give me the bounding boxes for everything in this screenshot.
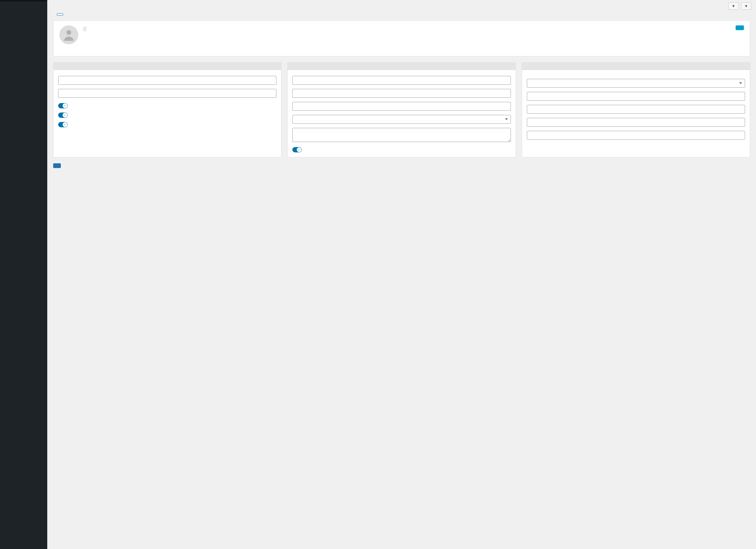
back-button[interactable] (57, 13, 63, 16)
commission-rate-input[interactable] (58, 89, 276, 98)
main-content: ▼ ▼ (47, 0, 756, 549)
referral-url (83, 27, 87, 31)
panels-row (47, 62, 756, 157)
avatar (59, 25, 78, 44)
toggle-status-change[interactable] (58, 122, 68, 127)
swift-input[interactable] (527, 118, 745, 127)
admin-sidebar (0, 0, 47, 549)
save-changes-button[interactable] (53, 163, 61, 168)
toggle-paid-commissions[interactable] (58, 113, 68, 118)
affiliate-info (83, 25, 87, 32)
affiliate-overview-card (53, 20, 750, 56)
first-name-input[interactable] (292, 76, 511, 85)
promote-select[interactable] (292, 115, 511, 124)
account-info-header (288, 63, 515, 70)
screen-options-button[interactable]: ▼ (728, 2, 739, 10)
toggle-terms[interactable] (292, 147, 302, 152)
details-panel (53, 62, 281, 157)
last-name-input[interactable] (292, 89, 511, 98)
status-badge (736, 25, 744, 30)
withdrawal-info-header (522, 63, 750, 70)
help-button[interactable]: ▼ (741, 2, 751, 10)
details-header (53, 63, 281, 70)
default-method-select[interactable] (527, 79, 745, 88)
about-textarea[interactable] (292, 128, 511, 142)
toggle-new-commissions[interactable] (58, 103, 68, 108)
withdrawal-info-panel (522, 62, 750, 157)
page-heading (47, 10, 756, 20)
website-input[interactable] (292, 102, 511, 111)
svg-point-0 (66, 30, 71, 35)
sidebar-separator (0, 0, 47, 1)
paypal-email-input[interactable] (527, 131, 745, 140)
account-name-input[interactable] (527, 92, 745, 101)
affiliate-header (59, 25, 744, 44)
account-info-panel (287, 62, 516, 157)
referral-token-input[interactable] (58, 76, 276, 85)
top-bar: ▼ ▼ (47, 0, 756, 10)
iban-input[interactable] (527, 105, 745, 114)
